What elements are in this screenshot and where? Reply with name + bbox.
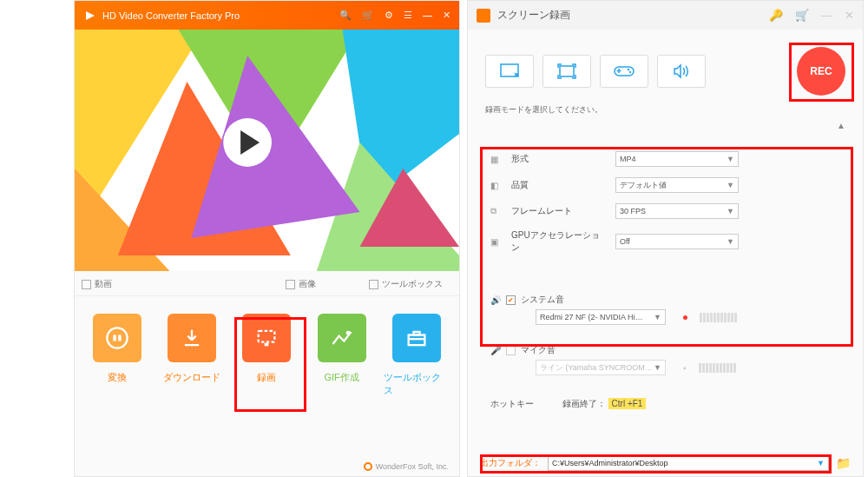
- cart-icon[interactable]: 🛒: [362, 10, 374, 21]
- mode-audio[interactable]: [657, 55, 706, 88]
- sys-audio-checkbox[interactable]: ✔: [506, 295, 516, 305]
- close-icon[interactable]: ✕: [443, 10, 450, 21]
- mic-label: マイク音: [521, 344, 556, 356]
- search-icon[interactable]: 🔍: [339, 10, 352, 21]
- gpu-icon: ▣: [490, 237, 503, 247]
- app-title: HD Video Converter Factory Pro: [102, 10, 240, 21]
- close-icon[interactable]: ✕: [845, 9, 854, 22]
- svg-point-15: [345, 331, 350, 335]
- titlebar: スクリーン録画 🔑 🛒 — ✕: [468, 1, 863, 30]
- menu-icon[interactable]: ☰: [404, 10, 412, 21]
- mode-game[interactable]: [600, 55, 648, 88]
- svg-rect-11: [113, 335, 116, 341]
- app-icon: [477, 9, 490, 23]
- btn-tools[interactable]: ツールボックス: [384, 314, 450, 397]
- mode-fullscreen[interactable]: [542, 55, 591, 88]
- out-label: 出力フォルダ：: [480, 457, 541, 469]
- mic-checkbox[interactable]: [506, 346, 516, 355]
- footer: WonderFox Soft, Inc.: [364, 462, 449, 471]
- sys-audio-device[interactable]: Redmi 27 NF (2- NVIDIA Hi…▼: [536, 309, 666, 325]
- svg-point-22: [628, 69, 629, 70]
- gpu-select[interactable]: Off▼: [615, 234, 739, 249]
- btn-download[interactable]: ダウンロード: [159, 314, 225, 397]
- btn-record[interactable]: 録画: [233, 314, 299, 397]
- rec-button[interactable]: REC: [797, 47, 845, 96]
- tab-video[interactable]: 動画: [82, 278, 286, 290]
- svg-rect-20: [560, 66, 574, 76]
- out-path[interactable]: C:¥Users¥Administrator¥Desktop▼: [548, 455, 829, 471]
- svg-rect-17: [413, 332, 419, 335]
- level-dot: [683, 315, 687, 320]
- fps-label: フレームレート: [511, 205, 607, 217]
- format-label: 形式: [511, 153, 607, 165]
- cart-icon[interactable]: 🛒: [795, 9, 809, 22]
- minimize-icon[interactable]: —: [821, 9, 832, 22]
- format-select[interactable]: MP4▼: [615, 151, 739, 167]
- mic-icon: 🎤: [490, 346, 501, 355]
- btn-convert[interactable]: 変換: [84, 314, 150, 397]
- quality-icon: ◧: [490, 181, 503, 190]
- mic-device[interactable]: ライン (Yamaha SYNCROOM…▼: [536, 360, 666, 375]
- hero-art: [75, 30, 459, 271]
- quality-label: 品質: [511, 179, 607, 191]
- speaker-icon: 🔊: [490, 295, 501, 305]
- tab-toolbox[interactable]: ツールボックス: [369, 278, 452, 290]
- svg-rect-14: [265, 343, 269, 347]
- svg-rect-13: [259, 331, 275, 342]
- hotkey-label: ホットキー: [490, 399, 534, 408]
- collapse-toggle[interactable]: ▲: [468, 119, 863, 130]
- key-icon[interactable]: 🔑: [769, 9, 783, 22]
- hotkey-stop-label: 録画終了：: [562, 399, 606, 408]
- hotkey-value: Ctrl +F1: [608, 398, 647, 409]
- svg-point-10: [107, 328, 127, 348]
- svg-rect-12: [118, 335, 122, 341]
- browse-icon[interactable]: 📁: [836, 456, 851, 470]
- mode-window[interactable]: [485, 55, 534, 88]
- gear-icon[interactable]: ⚙: [385, 10, 393, 21]
- fps-select[interactable]: 30 FPS▼: [615, 203, 739, 219]
- sep: ▪: [683, 363, 687, 373]
- mic-level: [699, 363, 736, 373]
- minimize-icon[interactable]: —: [423, 10, 432, 21]
- titlebar: HD Video Converter Factory Pro 🔍 🛒 ⚙ ☰ —…: [75, 1, 459, 30]
- format-icon: ▦: [490, 155, 503, 164]
- btn-gif[interactable]: GIF作成: [309, 314, 375, 397]
- mode-hint: 録画モードを選択してください。: [468, 103, 863, 119]
- sys-level: [700, 313, 737, 322]
- quality-select[interactable]: デフォルト値▼: [615, 177, 739, 193]
- gpu-label: GPUアクセラレーション: [511, 229, 607, 254]
- sys-audio-label: システム音: [521, 294, 564, 306]
- svg-point-23: [629, 71, 631, 73]
- fps-icon: ⧉: [490, 206, 503, 216]
- window-title: スクリーン録画: [497, 8, 570, 23]
- tab-image[interactable]: 画像: [286, 278, 369, 290]
